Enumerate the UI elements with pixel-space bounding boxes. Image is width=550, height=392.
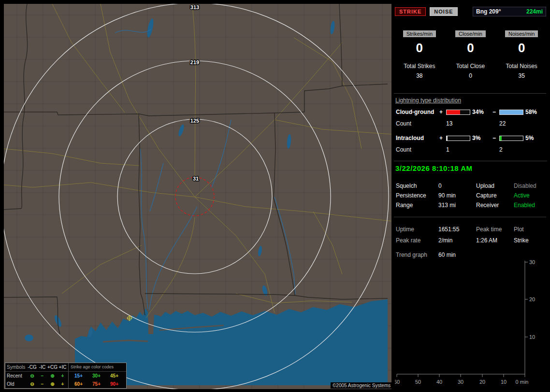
trend-x-tick-30: 30: [458, 379, 463, 385]
legend-col-pos-cg: +CG: [47, 363, 58, 371]
capture-value: Active: [514, 192, 547, 199]
ring-label-219: 219: [190, 59, 199, 65]
indicator-row: STRIKE NOISE Bng 209° 224mi: [394, 7, 547, 16]
legend-col-pos-ic: +IC: [58, 363, 68, 371]
strikes-per-min-value: 0: [394, 41, 445, 56]
settings-row: Persistence 90 min Capture Active: [394, 191, 547, 200]
legend-symbols-title: Symbols: [5, 363, 27, 371]
map-display[interactable]: 313 219 125 31: [4, 4, 391, 389]
trend-graph: 30 20 10 60 50 40 30 20 10 0 min: [395, 258, 540, 388]
total-strikes-label: Total Strikes: [394, 63, 445, 70]
strikes-per-min-label: Strikes/min: [403, 30, 436, 37]
trend-y-tick-20: 20: [529, 296, 535, 302]
age-code-15: 15+: [70, 372, 87, 380]
legend-old-row: Old ⊖ − ⊕ + 60+ 75+ 90+: [5, 380, 126, 388]
status-section: Uptime 1651:55 Peak time Plot Peak rate …: [394, 224, 547, 246]
peak-time-label: Peak time: [476, 226, 514, 233]
ic-plus-count: 1: [446, 146, 471, 153]
old-neg-ic-icon: −: [37, 380, 47, 388]
uptime-value: 1651:55: [438, 226, 476, 233]
trend-x-tick-60: 60: [395, 379, 400, 385]
persistence-value: 90 min: [438, 192, 476, 199]
app-window: { "colors": { "accent_green": "#00ee00",…: [0, 0, 550, 392]
recent-pos-ic-icon: +: [58, 372, 68, 380]
trend-x-ticks: [397, 374, 525, 377]
trend-x-tick-40: 40: [436, 379, 442, 385]
total-close: Total Close 0: [445, 63, 496, 79]
recent-neg-ic-icon: −: [37, 372, 47, 380]
noises-per-min: Noises/min 0: [496, 30, 547, 56]
close-per-min: Close/min 0: [445, 30, 496, 56]
legend-old-label: Old: [5, 380, 27, 388]
strike-indicator-button[interactable]: STRIKE: [395, 7, 426, 16]
close-per-min-label: Close/min: [455, 30, 486, 37]
ic-minus-count: 2: [499, 146, 524, 153]
divider: [394, 93, 546, 94]
ic-plus-pct: 3%: [471, 135, 492, 141]
datetime-display: 3/22/2026 8:10:18 AM: [395, 164, 473, 172]
legend-col-neg-cg: -CG: [27, 363, 37, 371]
recent-pos-cg-icon: ⊕: [47, 372, 58, 380]
noise-indicator-button[interactable]: NOISE: [430, 7, 457, 16]
total-noises-label: Total Noises: [496, 63, 547, 70]
plot-label: Plot: [514, 226, 547, 233]
trend-x-tick-20: 20: [479, 379, 485, 385]
cg-plus-bar: [446, 110, 470, 115]
rates-row: Strikes/min 0 Close/min 0 Noises/min 0: [394, 30, 547, 56]
copyright-text: ©2005 Astrogenic Systems: [331, 382, 392, 389]
range-label: Range: [396, 202, 438, 209]
distribution-title: Lightning type distribution: [394, 97, 547, 104]
upload-label: Upload: [476, 182, 514, 189]
cloud-ground-label: Cloud-ground: [396, 109, 439, 115]
intracloud-label: Intracloud: [396, 135, 439, 141]
age-code-75: 75+: [87, 380, 105, 388]
trend-x-tick-10: 10: [501, 379, 507, 385]
settings-row: Squelch 0 Upload Disabled: [394, 181, 547, 191]
symbol-legend: Symbols -CG -IC +CG +IC Strike age color…: [5, 363, 127, 389]
settings-row: Range 313 mi Receiver Enabled: [394, 200, 547, 210]
peak-rate-value: 2/min: [438, 237, 476, 244]
ic-minus-bar-fill: [500, 136, 502, 140]
clock-section: 3/22/2026 8:10:18 AM: [394, 161, 547, 172]
cloud-ground-count-row: Count 13 22: [394, 120, 547, 127]
ring-label-313: 313: [190, 4, 199, 10]
cg-plus-pct: 34%: [471, 109, 492, 115]
count-label: Count: [396, 120, 439, 127]
range-value: 313 mi: [438, 202, 476, 209]
peak-rate-label: Peak rate: [396, 237, 438, 244]
total-strikes: Total Strikes 38: [394, 63, 445, 79]
age-code-60: 60+: [70, 380, 87, 388]
cg-plus-bar-fill: [447, 110, 460, 114]
peak-time-value: 1:26 AM: [476, 237, 514, 244]
ic-plus-bar-fill: [447, 136, 448, 140]
minus-sign: −: [492, 109, 499, 115]
bearing-label: Bng 209°: [476, 8, 501, 15]
strikes-per-min: Strikes/min 0: [394, 30, 445, 56]
persistence-label: Persistence: [396, 192, 438, 199]
total-noises-value: 35: [496, 72, 547, 79]
capture-label: Capture: [476, 192, 514, 199]
legend-recent-row: Recent ⊖ − ⊕ + 15+ 30+ 45+: [5, 372, 126, 380]
noises-per-min-value: 0: [496, 41, 547, 56]
plus-sign: +: [439, 135, 446, 141]
trend-x-tick-0: 0 min: [516, 379, 529, 385]
intracloud-row: Intracloud + 3% − 5%: [394, 134, 547, 142]
legend-recent-label: Recent: [5, 372, 27, 380]
trend-y-ticks: [525, 262, 528, 337]
intracloud-count-row: Count 1 2: [394, 146, 547, 154]
ic-plus-bar: [446, 136, 470, 141]
close-per-min-value: 0: [445, 41, 496, 56]
plus-sign: +: [439, 109, 446, 115]
recent-neg-cg-icon: ⊖: [27, 372, 37, 380]
squelch-value: 0: [438, 182, 476, 189]
map-svg: 313 219 125 31: [4, 4, 391, 389]
legend-age-title: Strike age color codes: [70, 363, 126, 371]
old-neg-cg-icon: ⊖: [27, 380, 37, 388]
ring-label-31: 31: [193, 176, 199, 182]
total-close-value: 0: [445, 72, 496, 79]
legend-col-neg-ic: -IC: [37, 363, 47, 371]
old-pos-cg-icon: ⊕: [47, 380, 58, 388]
divider: [394, 217, 546, 217]
ring-label-125: 125: [190, 118, 199, 124]
status-row: Peak rate 2/min 1:26 AM Strike: [394, 235, 547, 246]
